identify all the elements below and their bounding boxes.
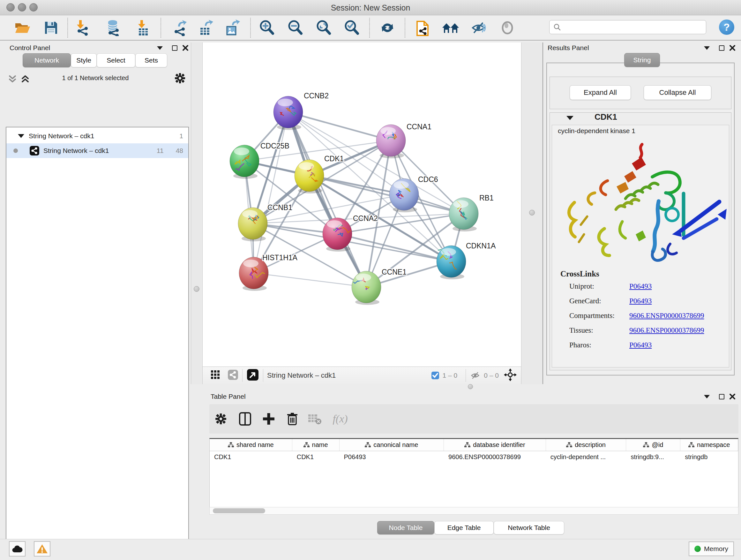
network-collection-row[interactable]: String Network – cdk1 1: [6, 129, 188, 143]
maximize-panel-icon[interactable]: [717, 392, 726, 401]
collection-expander-icon[interactable]: [18, 134, 24, 138]
birds-eye-toggle-button[interactable]: [504, 368, 517, 382]
node-CDC6[interactable]: CDC6: [389, 175, 438, 212]
inactive-eye-button[interactable]: [498, 18, 516, 37]
save-session-button[interactable]: [42, 18, 60, 37]
crosslink-value-link[interactable]: P06493: [629, 282, 652, 291]
export-table-button[interactable]: [197, 18, 215, 37]
crosslink-value-link[interactable]: P06493: [629, 297, 652, 305]
export-network-button[interactable]: [172, 18, 190, 37]
import-network-from-file-button[interactable]: [74, 18, 91, 37]
edge-HIST1H1A-CCNE1[interactable]: [254, 273, 366, 287]
zoom-selected-button[interactable]: [343, 18, 360, 37]
tab-network-table[interactable]: Network Table: [494, 521, 564, 535]
import-table-from-file-button[interactable]: [134, 18, 152, 37]
node-HIST1H1A[interactable]: HIST1H1A: [239, 253, 298, 291]
export-image-button[interactable]: [224, 18, 242, 37]
column-header-description[interactable]: description: [546, 439, 626, 451]
grid-view-button[interactable]: [210, 370, 220, 381]
node-CCNE1[interactable]: CCNE1: [352, 268, 407, 305]
cloud-status-button[interactable]: [9, 541, 25, 557]
zoom-out-button[interactable]: [286, 18, 304, 37]
network-graph[interactable]: CCNB2CCNA1CDC25BCDK1CDC6RB1CCNB1CCNA2CDK…: [203, 43, 521, 367]
crosslink-value-link[interactable]: P06493: [629, 341, 652, 349]
column-header-@id[interactable]: @id: [626, 439, 680, 451]
table-cell[interactable]: CDK1: [210, 451, 292, 462]
table-cell[interactable]: P06493: [340, 451, 444, 462]
zoom-selected-icon: [343, 19, 360, 36]
hide-show-button[interactable]: [469, 18, 487, 37]
tab-select[interactable]: Select: [97, 53, 135, 67]
table-cell[interactable]: CDK1: [292, 451, 340, 462]
table-horizontal-scrollbar[interactable]: [209, 507, 738, 515]
zoom-in-icon: [259, 19, 275, 36]
tab-edge-table[interactable]: Edge Table: [434, 521, 494, 535]
close-panel-icon[interactable]: [728, 43, 737, 53]
scrollbar-thumb[interactable]: [213, 508, 265, 513]
warnings-button[interactable]: [34, 541, 51, 557]
network-panel-gear-button[interactable]: [174, 72, 186, 85]
table-cell[interactable]: stringdb: [680, 451, 738, 462]
string-import-button[interactable]: [414, 18, 432, 37]
table-row[interactable]: CDK1CDK1P064939606.ENSP00000378699cyclin…: [210, 451, 738, 462]
memory-button[interactable]: Memory: [689, 542, 734, 556]
delete-column-button[interactable]: [282, 409, 302, 429]
node-RB1[interactable]: RB1: [449, 194, 494, 232]
string-view-button[interactable]: [227, 369, 239, 381]
close-panel-icon[interactable]: [728, 392, 737, 401]
collapse-all-button[interactable]: Collapse All: [644, 85, 711, 100]
help-button[interactable]: ?: [719, 19, 734, 35]
column-header-database-identifier[interactable]: database identifier: [444, 439, 546, 451]
detach-view-button[interactable]: [246, 368, 259, 382]
create-column-button[interactable]: [259, 409, 279, 429]
column-header-shared-name[interactable]: shared name: [210, 439, 292, 451]
maximize-panel-icon[interactable]: [717, 43, 726, 53]
show-columns-button[interactable]: [235, 409, 255, 429]
tab-network[interactable]: Network: [23, 53, 71, 67]
table-cell[interactable]: cyclin-dependent ...: [546, 451, 626, 462]
selected-checkbox-icon[interactable]: [431, 371, 440, 380]
maximize-panel-icon[interactable]: [170, 43, 179, 53]
right-splitter[interactable]: [521, 43, 543, 384]
tab-node-table[interactable]: Node Table: [377, 521, 434, 535]
crosslink-value-link[interactable]: 9606.ENSP00000378699: [629, 326, 704, 334]
column-header-name[interactable]: name: [292, 439, 340, 451]
tab-string[interactable]: String: [624, 53, 660, 67]
horizontal-splitter-handle[interactable]: [468, 384, 473, 389]
tab-sets[interactable]: Sets: [135, 53, 167, 67]
open-session-button[interactable]: [13, 18, 31, 37]
edge-CCNB2-CCNE1[interactable]: [288, 112, 366, 287]
import-network-from-database-button[interactable]: [105, 18, 122, 37]
expand-all-button[interactable]: Expand All: [569, 85, 631, 100]
home-networks-button[interactable]: [442, 18, 460, 37]
search-box[interactable]: [549, 20, 706, 34]
float-panel-icon[interactable]: [702, 392, 712, 401]
crosslink-value-link[interactable]: 9606.ENSP00000378699: [629, 312, 704, 320]
edge-CCNB2-HIST1H1A[interactable]: [254, 112, 288, 273]
hidden-eye-icon[interactable]: [470, 371, 481, 380]
network-canvas[interactable]: CCNB2CCNA1CDC25BCDK1CDC6RB1CCNB1CCNA2CDK…: [203, 43, 521, 367]
column-header-namespace[interactable]: namespace: [680, 439, 738, 451]
node-CDKN1A[interactable]: CDKN1A: [436, 242, 496, 279]
zoom-fit-button[interactable]: [315, 18, 333, 37]
close-panel-icon[interactable]: [181, 43, 190, 53]
network-row[interactable]: String Network – cdk1 11 48: [6, 143, 188, 158]
table-settings-button[interactable]: [211, 409, 231, 429]
left-splitter-handle[interactable]: [194, 286, 199, 292]
left-splitter[interactable]: [191, 43, 203, 384]
tab-style[interactable]: Style: [71, 53, 97, 67]
node-table[interactable]: shared namenamecanonical namedatabase id…: [209, 438, 738, 507]
zoom-in-button[interactable]: [258, 18, 276, 37]
search-input[interactable]: [563, 23, 706, 31]
results-panel-title: Results Panel: [548, 44, 589, 52]
right-splitter-handle[interactable]: [529, 210, 535, 215]
table-cell[interactable]: 9606.ENSP00000378699: [444, 451, 546, 462]
table-cell[interactable]: stringdb:9...: [626, 451, 680, 462]
float-panel-icon[interactable]: [155, 43, 165, 53]
float-panel-icon[interactable]: [702, 43, 712, 53]
column-header-canonical-name[interactable]: canonical name: [340, 439, 444, 451]
crosslinks-title: CrossLinks: [560, 269, 599, 278]
gene-collapse-icon[interactable]: [566, 116, 574, 120]
trash-icon: [286, 412, 298, 426]
refresh-button[interactable]: [379, 18, 396, 37]
